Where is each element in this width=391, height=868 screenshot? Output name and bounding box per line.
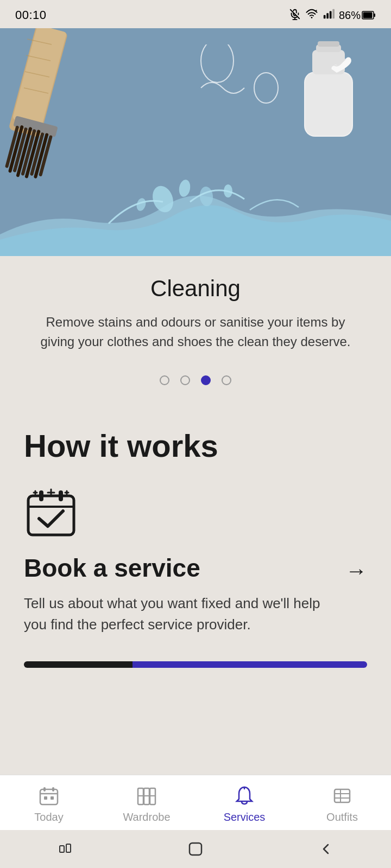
svg-rect-5 [330, 11, 332, 18]
svg-rect-49 [40, 789, 58, 805]
brush-illustration [0, 28, 141, 191]
water-illustration [0, 169, 391, 256]
svg-rect-67 [66, 844, 71, 852]
calendar-icon [24, 485, 367, 541]
svg-rect-33 [318, 41, 339, 47]
today-label: Today [34, 811, 63, 824]
svg-rect-54 [51, 796, 54, 800]
how-it-works-section: How it works Book a service → Tell us ab [0, 418, 391, 668]
book-service-description: Tell us about what you want fixed and we… [24, 593, 328, 635]
dot-2[interactable] [180, 375, 190, 385]
nav-item-today[interactable]: Today [16, 784, 81, 824]
mute-icon [289, 8, 301, 23]
how-it-works-title: How it works [24, 429, 367, 485]
svg-rect-53 [44, 796, 47, 800]
svg-rect-11 [12, 28, 67, 127]
bottom-navigation: Today Wardrobe Services [0, 775, 391, 830]
wardrobe-icon [135, 784, 159, 808]
svg-rect-41 [39, 490, 43, 501]
book-service-row[interactable]: Book a service → [24, 554, 367, 583]
svg-point-26 [201, 44, 234, 82]
svg-rect-30 [305, 73, 352, 136]
svg-rect-62 [335, 789, 350, 802]
today-icon [37, 784, 61, 808]
recents-button[interactable] [52, 835, 79, 863]
arrow-right-icon[interactable]: → [345, 559, 367, 583]
carousel-content: Cleaning Remove stains and odours or san… [0, 256, 391, 418]
svg-rect-4 [326, 13, 329, 18]
services-label: Services [224, 811, 266, 824]
svg-rect-51 [43, 787, 46, 792]
svg-rect-39 [28, 496, 74, 535]
outfits-icon [330, 784, 354, 808]
status-icons: 86% [289, 8, 376, 23]
status-bar: 00:10 [0, 0, 391, 28]
svg-point-35 [178, 179, 191, 198]
book-service-title: Book a service [24, 554, 345, 582]
home-button[interactable] [182, 835, 209, 863]
carousel-dots [24, 369, 367, 418]
nav-item-services[interactable]: Services [212, 784, 277, 824]
progress-bar-black [24, 661, 133, 668]
dot-3[interactable] [201, 375, 211, 385]
svg-point-2 [311, 17, 313, 18]
system-navigation [0, 830, 391, 868]
outfits-label: Outfits [326, 811, 358, 824]
nav-item-wardrobe[interactable]: Wardrobe [114, 784, 179, 824]
hero-image [0, 28, 391, 256]
battery-icon: 86% [339, 9, 376, 22]
svg-rect-52 [52, 787, 54, 792]
svg-rect-66 [60, 846, 64, 852]
svg-rect-8 [374, 14, 375, 17]
back-button[interactable] [312, 835, 339, 863]
progress-bar [24, 661, 367, 668]
svg-rect-6 [332, 9, 335, 18]
progress-bar-blue [133, 661, 367, 668]
svg-rect-42 [59, 490, 63, 501]
dot-1[interactable] [160, 375, 169, 385]
status-time: 00:10 [15, 8, 47, 22]
svg-point-28 [254, 73, 278, 103]
services-icon [232, 784, 256, 808]
wifi-icon [305, 8, 318, 23]
wardrobe-label: Wardrobe [123, 811, 170, 824]
carousel-description: Remove stains and odours or sanitise you… [24, 312, 367, 369]
doodle-illustration [174, 44, 282, 126]
signal-icon [323, 8, 335, 23]
svg-rect-68 [190, 843, 201, 855]
svg-rect-9 [363, 12, 373, 18]
nav-item-outfits[interactable]: Outfits [310, 784, 375, 824]
carousel-title: Cleaning [24, 256, 367, 312]
svg-rect-3 [324, 15, 326, 18]
dot-4[interactable] [222, 375, 231, 385]
tube-illustration [282, 39, 380, 148]
